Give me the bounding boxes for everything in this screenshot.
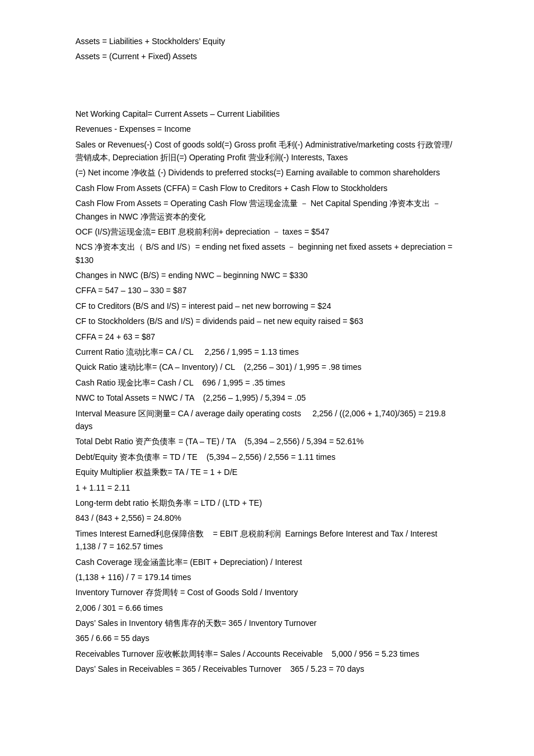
line27: Times Interest Earned利息保障倍数 = EBIT 息税前利润… xyxy=(75,527,459,553)
line35: Days’ Sales in Receivables = 365 / Recei… xyxy=(75,663,459,675)
line30: Inventory Turnover 存货周转 = Cost of Goods … xyxy=(75,586,459,599)
line15: CFFA = 24 + 63 = $87 xyxy=(75,330,459,343)
line17: Quick Ratio 速动比率= (CA – Inventory) / CL … xyxy=(75,361,459,373)
line29: (1,138 + 116) / 7 = 179.14 times xyxy=(75,571,459,584)
line13: CF to Creditors (B/S and I/S) = interest… xyxy=(75,300,459,312)
line2: Assets = (Current + Fixed) Assets xyxy=(75,50,459,63)
line20: Interval Measure 区间测量= CA / average dail… xyxy=(75,407,459,433)
line31: 2,006 / 301 = 6.66 times xyxy=(75,602,459,614)
line28: Cash Coverage 现金涵盖比率= (EBIT + Depreciati… xyxy=(75,556,459,568)
spacer-large-1 xyxy=(75,66,459,93)
line14: CF to Stockholders (B/S and I/S) = divid… xyxy=(75,315,459,327)
spacer-1 xyxy=(75,93,459,107)
line22: Debt/Equity 资本负债率 = TD / TE (5,394 – 2,5… xyxy=(75,451,459,463)
line25: Long-term debt ratio 长期负务率 = LTD / (LTD … xyxy=(75,496,459,509)
line32: Days’ Sales in Inventory 销售库存的天数= 365 / … xyxy=(75,617,459,629)
line7: Cash Flow From Assets (CFFA) = Cash Flow… xyxy=(75,182,459,195)
line6: (=) Net income 净收益 (-) Dividends to pref… xyxy=(75,166,459,179)
line11: Changes in NWC (B/S) = ending NWC – begi… xyxy=(75,269,459,282)
line5: Sales or Revenues(-) Cost of goods sold(… xyxy=(75,138,459,164)
line19: NWC to Total Assets = NWC / TA (2,256 – … xyxy=(75,391,459,404)
line34: Receivables Turnover 应收帐款周转率= Sales / Ac… xyxy=(75,647,459,660)
line3: Net Working Capital= Current Assets – Cu… xyxy=(75,107,459,120)
line4: Revenues - Expenses = Income xyxy=(75,123,459,135)
main-content: Assets = Liabilities + Stockholders’ Equ… xyxy=(75,35,459,676)
line23: Equity Multiplier 权益乘数= TA / TE = 1 + D/… xyxy=(75,466,459,478)
line24: 1 + 1.11 = 2.11 xyxy=(75,481,459,494)
line26: 843 / (843 + 2,556) = 24.80% xyxy=(75,512,459,524)
line10: NCS 净资本支出（ B/S and I/S）= ending net fixe… xyxy=(75,240,459,267)
line12: CFFA = 547 – 130 – 330 = $87 xyxy=(75,284,459,297)
line1: Assets = Liabilities + Stockholders’ Equ… xyxy=(75,35,459,48)
line8: Cash Flow From Assets = Operating Cash F… xyxy=(75,197,459,223)
line9: OCF (I/S)营运现金流= EBIT 息税前利润+ depreciation… xyxy=(75,225,459,238)
line18: Cash Ratio 现金比率= Cash / CL 696 / 1,995 =… xyxy=(75,376,459,389)
line21: Total Debt Ratio 资产负债率 = (TA – TE) / TA … xyxy=(75,435,459,448)
line33: 365 / 6.66 = 55 days xyxy=(75,632,459,645)
line16: Current Ratio 流动比率= CA / CL 2,256 / 1,99… xyxy=(75,345,459,358)
